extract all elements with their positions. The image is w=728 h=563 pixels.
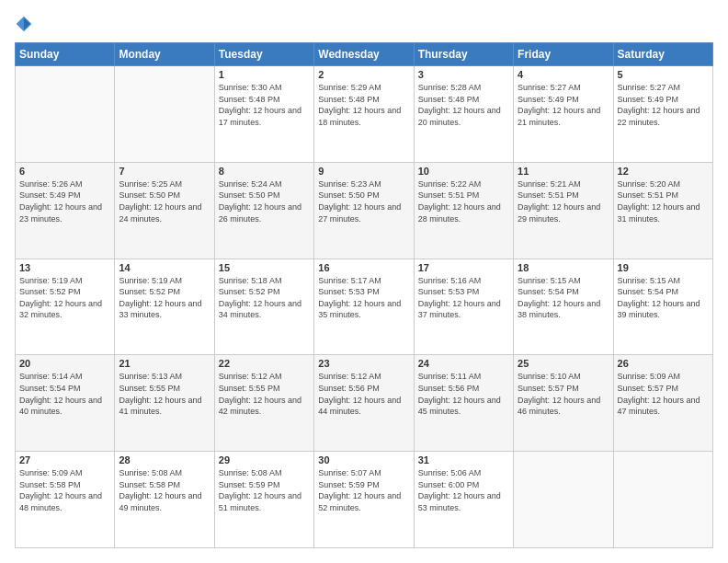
day-number: 28 <box>119 454 210 465</box>
day-info: Sunrise: 5:27 AM Sunset: 5:49 PM Dayligh… <box>618 82 709 128</box>
day-info: Sunrise: 5:27 AM Sunset: 5:49 PM Dayligh… <box>518 82 609 128</box>
day-info: Sunrise: 5:26 AM Sunset: 5:49 PM Dayligh… <box>19 178 110 224</box>
calendar-cell: 31Sunrise: 5:06 AM Sunset: 6:00 PM Dayli… <box>414 452 513 548</box>
day-number: 22 <box>219 358 310 369</box>
day-number: 17 <box>418 262 509 273</box>
calendar-cell: 8Sunrise: 5:24 AM Sunset: 5:50 PM Daylig… <box>214 162 313 259</box>
calendar-cell: 13Sunrise: 5:19 AM Sunset: 5:52 PM Dayli… <box>16 259 115 355</box>
calendar-cell: 11Sunrise: 5:21 AM Sunset: 5:51 PM Dayli… <box>514 162 613 259</box>
calendar-week-row: 6Sunrise: 5:26 AM Sunset: 5:49 PM Daylig… <box>16 162 713 259</box>
logo-icon <box>15 15 33 33</box>
day-info: Sunrise: 5:08 AM Sunset: 5:58 PM Dayligh… <box>119 467 210 513</box>
day-number: 13 <box>19 262 110 273</box>
day-number: 10 <box>418 166 509 177</box>
calendar-cell: 15Sunrise: 5:18 AM Sunset: 5:52 PM Dayli… <box>214 259 313 355</box>
calendar-cell: 17Sunrise: 5:16 AM Sunset: 5:53 PM Dayli… <box>414 259 513 355</box>
day-info: Sunrise: 5:30 AM Sunset: 5:48 PM Dayligh… <box>219 82 310 128</box>
calendar-cell: 30Sunrise: 5:07 AM Sunset: 5:59 PM Dayli… <box>314 452 414 548</box>
day-number: 14 <box>119 262 210 273</box>
day-info: Sunrise: 5:21 AM Sunset: 5:51 PM Dayligh… <box>518 178 609 224</box>
day-info: Sunrise: 5:17 AM Sunset: 5:53 PM Dayligh… <box>318 275 409 321</box>
day-info: Sunrise: 5:11 AM Sunset: 5:56 PM Dayligh… <box>418 371 509 417</box>
day-number: 12 <box>618 166 709 177</box>
calendar-week-row: 13Sunrise: 5:19 AM Sunset: 5:52 PM Dayli… <box>16 259 713 355</box>
calendar-cell: 25Sunrise: 5:10 AM Sunset: 5:57 PM Dayli… <box>514 355 613 452</box>
weekday-header: Friday <box>514 43 613 66</box>
calendar-cell: 1Sunrise: 5:30 AM Sunset: 5:48 PM Daylig… <box>214 66 313 163</box>
day-number: 31 <box>418 454 509 465</box>
calendar-cell: 18Sunrise: 5:15 AM Sunset: 5:54 PM Dayli… <box>514 259 613 355</box>
day-number: 26 <box>618 358 709 369</box>
day-info: Sunrise: 5:16 AM Sunset: 5:53 PM Dayligh… <box>418 275 509 321</box>
day-number: 7 <box>119 166 210 177</box>
day-info: Sunrise: 5:29 AM Sunset: 5:48 PM Dayligh… <box>318 82 409 128</box>
calendar-week-row: 1Sunrise: 5:30 AM Sunset: 5:48 PM Daylig… <box>16 66 713 163</box>
day-info: Sunrise: 5:08 AM Sunset: 5:59 PM Dayligh… <box>219 467 310 513</box>
weekday-header: Monday <box>115 43 214 66</box>
day-info: Sunrise: 5:28 AM Sunset: 5:48 PM Dayligh… <box>418 82 509 128</box>
day-number: 9 <box>318 166 409 177</box>
calendar-cell: 9Sunrise: 5:23 AM Sunset: 5:50 PM Daylig… <box>314 162 414 259</box>
day-number: 20 <box>19 358 110 369</box>
weekday-header: Wednesday <box>314 43 414 66</box>
calendar-cell: 16Sunrise: 5:17 AM Sunset: 5:53 PM Dayli… <box>314 259 414 355</box>
calendar-cell: 26Sunrise: 5:09 AM Sunset: 5:57 PM Dayli… <box>613 355 712 452</box>
day-info: Sunrise: 5:19 AM Sunset: 5:52 PM Dayligh… <box>19 275 110 321</box>
day-number: 3 <box>418 69 509 80</box>
calendar-cell <box>115 66 214 163</box>
day-number: 15 <box>219 262 310 273</box>
day-info: Sunrise: 5:10 AM Sunset: 5:57 PM Dayligh… <box>518 371 609 417</box>
weekday-header: Sunday <box>16 43 115 66</box>
calendar-cell <box>613 452 712 548</box>
day-number: 30 <box>318 454 409 465</box>
calendar-cell: 14Sunrise: 5:19 AM Sunset: 5:52 PM Dayli… <box>115 259 214 355</box>
calendar-cell: 5Sunrise: 5:27 AM Sunset: 5:49 PM Daylig… <box>613 66 712 163</box>
calendar-week-row: 20Sunrise: 5:14 AM Sunset: 5:54 PM Dayli… <box>16 355 713 452</box>
day-info: Sunrise: 5:15 AM Sunset: 5:54 PM Dayligh… <box>518 275 609 321</box>
calendar-table: SundayMondayTuesdayWednesdayThursdayFrid… <box>15 42 713 548</box>
calendar-cell: 7Sunrise: 5:25 AM Sunset: 5:50 PM Daylig… <box>115 162 214 259</box>
weekday-header: Tuesday <box>214 43 313 66</box>
calendar-cell <box>16 66 115 163</box>
day-info: Sunrise: 5:18 AM Sunset: 5:52 PM Dayligh… <box>219 275 310 321</box>
calendar-cell: 21Sunrise: 5:13 AM Sunset: 5:55 PM Dayli… <box>115 355 214 452</box>
day-number: 29 <box>219 454 310 465</box>
day-info: Sunrise: 5:12 AM Sunset: 5:55 PM Dayligh… <box>219 371 310 417</box>
calendar-cell: 20Sunrise: 5:14 AM Sunset: 5:54 PM Dayli… <box>16 355 115 452</box>
calendar-cell: 29Sunrise: 5:08 AM Sunset: 5:59 PM Dayli… <box>214 452 313 548</box>
day-number: 5 <box>618 69 709 80</box>
day-info: Sunrise: 5:14 AM Sunset: 5:54 PM Dayligh… <box>19 371 110 417</box>
day-info: Sunrise: 5:25 AM Sunset: 5:50 PM Dayligh… <box>119 178 210 224</box>
day-info: Sunrise: 5:24 AM Sunset: 5:50 PM Dayligh… <box>219 178 310 224</box>
calendar-cell: 6Sunrise: 5:26 AM Sunset: 5:49 PM Daylig… <box>16 162 115 259</box>
calendar-cell: 24Sunrise: 5:11 AM Sunset: 5:56 PM Dayli… <box>414 355 513 452</box>
weekday-header: Saturday <box>613 43 712 66</box>
weekday-header: Thursday <box>414 43 513 66</box>
calendar-cell: 23Sunrise: 5:12 AM Sunset: 5:56 PM Dayli… <box>314 355 414 452</box>
calendar-cell <box>514 452 613 548</box>
day-number: 23 <box>318 358 409 369</box>
header <box>15 15 713 33</box>
calendar-header-row: SundayMondayTuesdayWednesdayThursdayFrid… <box>16 43 713 66</box>
day-info: Sunrise: 5:15 AM Sunset: 5:54 PM Dayligh… <box>618 275 709 321</box>
day-info: Sunrise: 5:09 AM Sunset: 5:58 PM Dayligh… <box>19 467 110 513</box>
calendar-week-row: 27Sunrise: 5:09 AM Sunset: 5:58 PM Dayli… <box>16 452 713 548</box>
day-number: 16 <box>318 262 409 273</box>
day-info: Sunrise: 5:20 AM Sunset: 5:51 PM Dayligh… <box>618 178 709 224</box>
day-number: 19 <box>618 262 709 273</box>
day-info: Sunrise: 5:07 AM Sunset: 5:59 PM Dayligh… <box>318 467 409 513</box>
calendar-cell: 19Sunrise: 5:15 AM Sunset: 5:54 PM Dayli… <box>613 259 712 355</box>
day-info: Sunrise: 5:23 AM Sunset: 5:50 PM Dayligh… <box>318 178 409 224</box>
day-number: 21 <box>119 358 210 369</box>
calendar-cell: 3Sunrise: 5:28 AM Sunset: 5:48 PM Daylig… <box>414 66 513 163</box>
calendar-cell: 12Sunrise: 5:20 AM Sunset: 5:51 PM Dayli… <box>613 162 712 259</box>
day-number: 8 <box>219 166 310 177</box>
day-info: Sunrise: 5:09 AM Sunset: 5:57 PM Dayligh… <box>618 371 709 417</box>
page: SundayMondayTuesdayWednesdayThursdayFrid… <box>0 0 728 563</box>
day-info: Sunrise: 5:22 AM Sunset: 5:51 PM Dayligh… <box>418 178 509 224</box>
day-info: Sunrise: 5:13 AM Sunset: 5:55 PM Dayligh… <box>119 371 210 417</box>
calendar-cell: 27Sunrise: 5:09 AM Sunset: 5:58 PM Dayli… <box>16 452 115 548</box>
day-number: 2 <box>318 69 409 80</box>
calendar-cell: 10Sunrise: 5:22 AM Sunset: 5:51 PM Dayli… <box>414 162 513 259</box>
day-number: 18 <box>518 262 609 273</box>
